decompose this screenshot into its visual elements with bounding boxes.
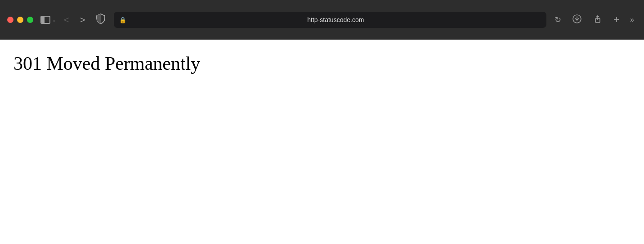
download-button[interactable] [569, 12, 585, 28]
lock-icon: 🔒 [119, 17, 126, 23]
shield-button[interactable] [93, 12, 108, 28]
share-icon [593, 14, 603, 26]
address-bar[interactable]: 🔒 http-statuscode.com [114, 12, 546, 28]
maximize-button[interactable] [27, 17, 33, 23]
sidebar-toggle-button[interactable]: ⌄ [40, 16, 56, 24]
reload-icon: ↻ [555, 15, 561, 25]
back-icon: < [64, 15, 69, 24]
forward-icon: > [80, 15, 85, 24]
chevron-down-icon: ⌄ [52, 18, 56, 23]
more-icon: » [630, 16, 634, 23]
add-tab-button[interactable]: + [611, 12, 622, 27]
share-button[interactable] [590, 12, 605, 28]
page-heading: 301 Moved Permanently [13, 52, 631, 75]
traffic-lights [7, 17, 33, 23]
forward-button[interactable]: > [77, 14, 88, 26]
minimize-button[interactable] [17, 17, 23, 23]
shield-icon [96, 14, 106, 24]
download-icon [572, 14, 582, 26]
back-button[interactable]: < [61, 14, 72, 26]
url-display: http-statuscode.com [130, 16, 541, 23]
page-content: 301 Moved Permanently [0, 40, 644, 244]
more-button[interactable]: » [627, 14, 637, 26]
sidebar-icon [40, 16, 50, 24]
add-tab-icon: + [613, 14, 619, 26]
close-button[interactable] [7, 17, 13, 23]
browser-toolbar: ⌄ < > 🔒 http-statuscode.com ↻ [0, 0, 644, 40]
reload-button[interactable]: ↻ [552, 13, 564, 27]
